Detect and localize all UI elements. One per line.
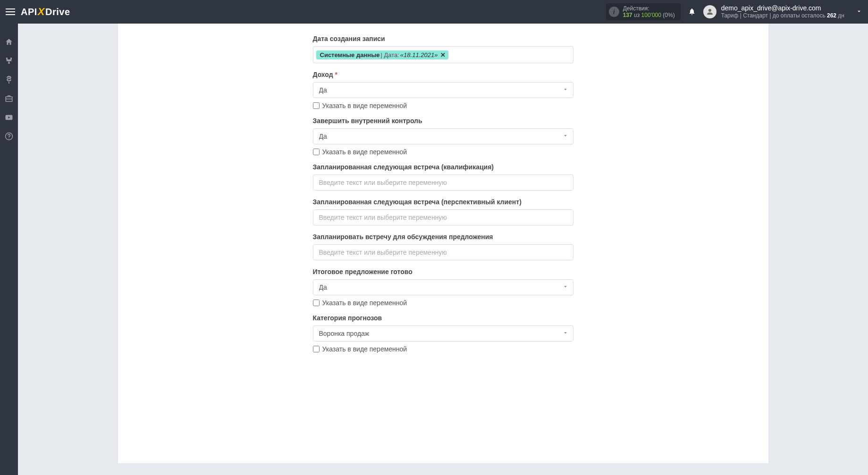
svg-rect-2 [8,62,10,64]
info-icon: i [609,7,619,17]
bell-icon[interactable] [688,8,696,16]
select-final-proposal[interactable]: Да [313,279,573,295]
field-meeting-prospect: Запланированная следующая встреча (персп… [313,198,573,225]
user-icon [706,8,714,16]
checkbox-label-forecast-category[interactable]: Указать в виде переменной [322,345,407,353]
input-meeting-proposal[interactable] [313,244,573,260]
select-income[interactable]: Да [313,82,573,98]
youtube-icon[interactable] [5,113,13,122]
checkbox-internal-control-variable[interactable] [313,149,320,155]
label-forecast-category: Категория прогнозов [313,314,573,322]
logo[interactable]: APIXDrive [21,6,70,18]
field-forecast-category: Категория прогнозов Воронка продаж Указа… [313,314,573,353]
main-content: Дата создания записи Системные данные | … [18,24,868,475]
actions-label: Действия: [623,5,675,12]
checkbox-label-internal-control[interactable]: Указать в виде переменной [322,148,407,156]
svg-rect-0 [6,58,8,59]
checkbox-income-variable[interactable] [313,102,320,109]
chevron-down-icon [856,8,862,15]
field-final-proposal: Итоговое предложение готово Да Указать в… [313,268,573,307]
field-meeting-qualification: Запланированная следующая встреча (квали… [313,163,573,191]
logo-part3: Drive [45,7,70,17]
logo-part1: API [21,7,37,17]
user-block[interactable]: demo_apix_drive@apix-drive.com Тариф | С… [721,4,844,19]
select-forecast-category[interactable]: Воронка продаж [313,325,573,342]
logo-part2: X [38,6,45,18]
input-meeting-qualification[interactable] [313,175,573,191]
label-final-proposal: Итоговое предложение готово [313,268,573,275]
user-email: demo_apix_drive@apix-drive.com [721,4,844,12]
input-created-at[interactable]: Системные данные | Дата: «18.11.2021» ✕ [313,46,573,63]
label-meeting-proposal: Запланировать встречу для обсуждения пре… [313,233,573,241]
form-panel: Дата создания записи Системные данные | … [118,24,769,464]
svg-rect-1 [10,58,12,59]
label-meeting-qualification: Запланированная следующая встреча (квали… [313,163,573,171]
select-internal-control[interactable]: Да [313,128,573,144]
billing-icon[interactable] [5,75,13,84]
label-income: Доход * [313,71,573,78]
actions-used: 137 [623,12,632,18]
actions-of: из [634,12,640,18]
home-icon[interactable] [5,38,13,46]
checkbox-forecast-category-variable[interactable] [313,346,320,352]
field-meeting-proposal: Запланировать встречу для обсуждения пре… [313,233,573,260]
checkbox-final-proposal-variable[interactable] [313,300,320,306]
checkbox-label-final-proposal[interactable]: Указать в виде переменной [322,299,407,307]
actions-percent: (0%) [663,12,674,18]
sidebar [0,24,18,475]
avatar[interactable] [703,5,716,18]
label-meeting-prospect: Запланированная следующая встреча (персп… [313,198,573,206]
label-internal-control: Завершить внутренний контроль [313,117,573,125]
field-created-at: Дата создания записи Системные данные | … [313,35,573,63]
actions-counter[interactable]: i Действия: 137 из 100'000 (0%) [606,3,681,21]
label-created-at: Дата создания записи [313,35,573,42]
tag-created-at: Системные данные | Дата: «18.11.2021» ✕ [316,50,449,59]
user-tariff: Тариф | Стандарт | до оплаты осталось 26… [721,12,844,19]
briefcase-icon[interactable] [5,94,13,103]
tag-remove-icon[interactable]: ✕ [440,51,446,58]
input-meeting-prospect[interactable] [313,209,573,225]
expand-button[interactable] [856,8,862,16]
topbar: APIXDrive i Действия: 137 из 100'000 (0%… [0,0,868,24]
connections-icon[interactable] [5,57,13,65]
help-icon[interactable] [5,132,13,141]
field-income: Доход * Да Указать в виде переменной [313,71,573,109]
menu-toggle[interactable] [6,7,15,17]
field-internal-control: Завершить внутренний контроль Да Указать… [313,117,573,156]
checkbox-label-income[interactable]: Указать в виде переменной [322,102,407,109]
actions-text: Действия: 137 из 100'000 (0%) [623,5,675,19]
actions-limit: 100'000 [641,12,661,18]
